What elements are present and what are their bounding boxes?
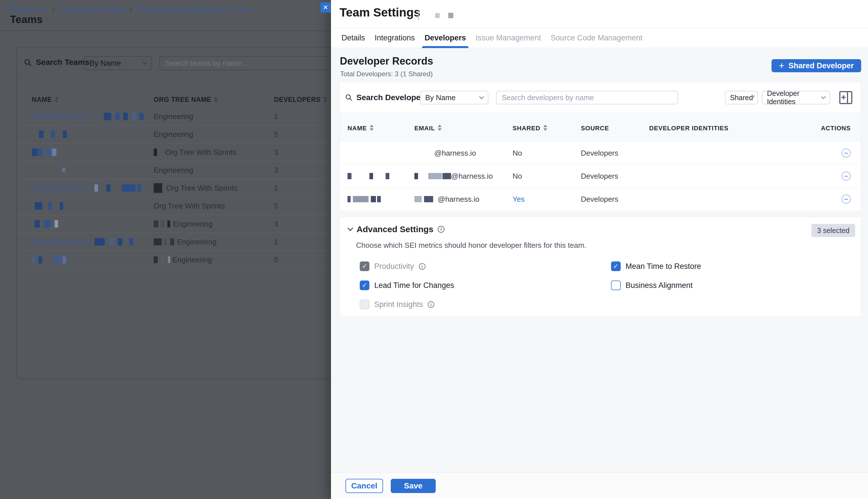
tab-details[interactable]: Details [337, 28, 370, 48]
org-tree-cell: Org Tree With Sprints [154, 148, 274, 157]
table-row[interactable]: Direct Reports ofEngineering1 [17, 108, 355, 125]
add-column-icon[interactable] [839, 91, 852, 104]
developers-filter-value: By Name [425, 93, 456, 102]
team-name-cell[interactable] [32, 220, 154, 228]
teams-filter-select[interactable]: By Name [84, 56, 152, 70]
plus-icon: + [779, 61, 785, 70]
metric-option-mean-time-to-restore[interactable]: ✓Mean Time to Restore [611, 261, 701, 271]
shared-filter-select[interactable]: Shared [725, 91, 758, 105]
table-row[interactable]: Engineering5 [17, 125, 355, 143]
org-tree-cell: Engineering [154, 112, 274, 121]
search-developers-input[interactable] [496, 91, 678, 105]
remove-developer-button[interactable] [842, 172, 851, 181]
team-name-cell[interactable]: Direct Reports of [32, 184, 154, 193]
team-name-cell[interactable]: Direct Reports of [32, 112, 154, 121]
email-domain: @harness.io [434, 149, 476, 158]
tab-issue-management[interactable]: Issue Management [471, 28, 546, 48]
tab-developers[interactable]: Developers [420, 28, 471, 48]
table-row[interactable]: Direct Reports ofOrg Tree With Sprints1 [17, 179, 355, 197]
team-link: Direct Reports of [32, 184, 87, 193]
developer-identities-filter-select[interactable]: Developer Identities [762, 91, 830, 105]
tab-integrations[interactable]: Integrations [370, 28, 420, 48]
metric-option-business-alignment[interactable]: Business Alignment [611, 280, 693, 291]
redacted-text [87, 113, 144, 120]
redacted-text [32, 256, 66, 264]
metric-option-label: Mean Time to Restore [626, 262, 701, 271]
developers-filter-select[interactable]: By Name [420, 91, 489, 105]
search-teams-input[interactable] [159, 56, 347, 70]
remove-developer-button[interactable] [842, 148, 851, 158]
table-row[interactable]: Engineering3 [17, 215, 355, 233]
advanced-settings-title: Advanced Settings [357, 224, 433, 234]
checkbox[interactable] [611, 280, 621, 290]
shared-cell: No [513, 149, 581, 158]
selected-count-badge: 3 selected [811, 224, 855, 237]
metric-option-lead-time-for-changes[interactable]: ✓Lead Time for Changes [360, 280, 454, 291]
sort-icon[interactable] [370, 125, 374, 131]
checkbox [360, 300, 370, 309]
developer-records-card: Search Developers By Name Shared Develop… [339, 82, 861, 210]
checkbox[interactable]: ✓ [611, 261, 621, 271]
column-header-org-tree-name[interactable]: ORG TREE NAME [154, 92, 274, 108]
breadcrumb-link-project[interactable]: Project: Sprint Insights Demo 26 Nov [136, 6, 253, 14]
column-header-name[interactable]: NAME [32, 92, 154, 108]
redacted-text [414, 196, 438, 202]
info-icon: i [438, 226, 445, 233]
metric-option-sprint-insights: Sprint Insightsi [360, 299, 434, 309]
team-name-cell[interactable] [32, 202, 154, 210]
team-name-cell[interactable]: Direct Reports of [32, 238, 154, 246]
team-name-cell[interactable] [32, 168, 154, 172]
table-row[interactable]: Direct Reports ofEngineering1 [17, 233, 355, 251]
redacted-badge [448, 13, 453, 18]
table-row[interactable]: Org Tree With Sprints3 [17, 143, 355, 161]
metric-option-productivity: ✓Productivityi [360, 261, 425, 271]
column-header-name[interactable]: NAME [348, 125, 414, 142]
metric-option-label: Productivity [374, 262, 414, 271]
cancel-button[interactable]: Cancel [346, 479, 383, 493]
developer-email-cell: @harness.io [414, 172, 513, 181]
source-cell: Developers [581, 195, 649, 204]
team-name-cell[interactable] [32, 131, 154, 138]
close-button[interactable]: ✕ [321, 2, 331, 13]
org-tree-cell: Engineering [154, 220, 274, 229]
save-button[interactable]: Save [391, 479, 436, 493]
redacted-text [154, 256, 172, 263]
table-row[interactable]: @harness.ioYesDevelopers [340, 187, 861, 210]
shared-filter-label: Shared [730, 94, 753, 102]
team-name-cell[interactable] [32, 256, 154, 264]
sort-icon[interactable] [543, 125, 547, 131]
table-row[interactable]: @harness.ioNoDevelopers [340, 165, 861, 187]
chevron-down-icon[interactable] [348, 225, 353, 231]
check-icon: ✓ [362, 282, 367, 289]
breadcrumb-link-account[interactable]: Account: sei [9, 6, 48, 14]
search-teams-label: Search Teams [36, 58, 89, 67]
remove-developer-button[interactable] [842, 195, 851, 204]
checkbox[interactable]: ✓ [360, 280, 370, 290]
metric-option-label: Lead Time for Changes [374, 281, 454, 290]
tab-bar: DetailsIntegrationsDevelopersIssue Manag… [331, 28, 868, 48]
advanced-settings-description: Choose which SEI metrics should honor de… [356, 241, 586, 250]
search-icon [24, 58, 32, 67]
tab-source-code-management[interactable]: Source Code Management [546, 28, 648, 48]
redacted-text [154, 220, 173, 227]
redacted-text [87, 238, 133, 245]
column-header-shared[interactable]: SHARED [513, 125, 581, 142]
metric-option-label: Business Alignment [626, 281, 693, 290]
table-row[interactable]: Org Tree With Sprints5 [17, 197, 355, 215]
section-title: Developer Records [340, 55, 433, 67]
table-row[interactable]: Engineering5 [17, 251, 355, 269]
redacted-text [87, 184, 141, 192]
sort-icon[interactable] [55, 96, 59, 103]
teams-card: Search Teams By Name NAMEORG TREE NAMEDE… [16, 47, 356, 379]
shared-cell[interactable]: Yes [513, 195, 581, 204]
table-row[interactable]: @harness.ioNoDevelopers [340, 142, 861, 165]
column-header-email[interactable]: EMAIL [414, 125, 513, 142]
team-name-cell[interactable] [32, 148, 154, 156]
team-link: Direct Reports of [32, 238, 87, 246]
table-row[interactable]: Engineering3 [17, 161, 355, 179]
sort-icon[interactable] [214, 96, 218, 103]
sort-icon[interactable] [323, 96, 327, 103]
add-shared-developer-button[interactable]: + Shared Developer [772, 59, 861, 72]
sort-icon[interactable] [438, 125, 442, 131]
breadcrumb-link-organization[interactable]: Organization: default [59, 6, 125, 14]
